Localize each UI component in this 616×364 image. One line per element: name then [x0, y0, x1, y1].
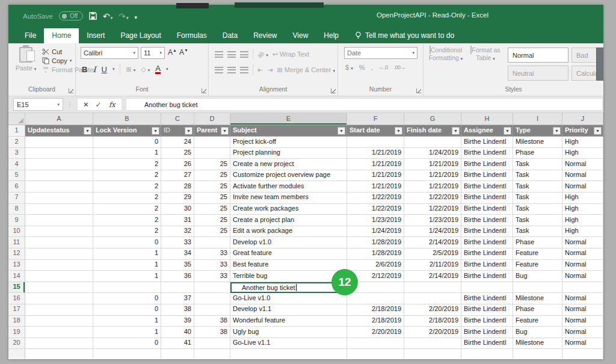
- cell-d16[interactable]: [194, 293, 230, 304]
- cell-c11[interactable]: 33: [161, 237, 194, 248]
- cell-d17[interactable]: [194, 304, 230, 316]
- cell-c5[interactable]: 27: [161, 170, 194, 182]
- row-header-9[interactable]: 9: [8, 215, 25, 226]
- cell-e12[interactable]: Great feature: [230, 248, 347, 260]
- filter-dropdown-finish-date[interactable]: ▼: [452, 127, 460, 135]
- cell-i13[interactable]: Feature: [513, 260, 562, 271]
- cell-j8[interactable]: High: [562, 204, 603, 215]
- cell-d12[interactable]: 33: [194, 248, 230, 260]
- filter-dropdown-updatestatus[interactable]: ▼: [84, 127, 91, 135]
- cell-c20[interactable]: 41: [161, 338, 194, 350]
- fill-color-button[interactable]: ◇ ▾: [141, 66, 150, 73]
- cell-c2[interactable]: 24: [161, 137, 194, 148]
- cell-f4[interactable]: 1/21/2019: [347, 159, 404, 170]
- cell-e19[interactable]: Ugly bug: [230, 327, 347, 338]
- cell-h17[interactable]: Birthe Lindentl: [461, 304, 513, 316]
- cell-c9[interactable]: 31: [161, 215, 194, 226]
- conditional-formatting-button[interactable]: Conditional Formatting ▾: [427, 46, 464, 61]
- cell-a16[interactable]: [25, 293, 93, 304]
- cancel-button[interactable]: ×: [84, 100, 88, 109]
- cell-j9[interactable]: High: [562, 215, 603, 226]
- cell-e5[interactable]: Customize project overview page: [230, 170, 347, 182]
- cell-g11[interactable]: 2/14/2019: [404, 237, 461, 248]
- cell-f5[interactable]: 1/21/2019: [347, 170, 404, 182]
- filter-dropdown-lock-version[interactable]: ▼: [152, 127, 159, 135]
- cell-f18[interactable]: 2/18/2019: [347, 316, 404, 327]
- cell-d4[interactable]: 25: [194, 159, 230, 170]
- cell-h11[interactable]: Birthe Lindentl: [461, 237, 513, 248]
- alignment-dialog-launcher[interactable]: [331, 88, 336, 93]
- cell-d11[interactable]: [194, 237, 230, 248]
- cell-e14[interactable]: Terrible bug: [230, 271, 347, 282]
- tab-help[interactable]: Help: [316, 28, 346, 43]
- header-start-date[interactable]: Start date▼: [347, 125, 404, 137]
- cell-f11[interactable]: 1/28/2019: [347, 237, 404, 248]
- cell-d20[interactable]: [194, 338, 230, 350]
- cell-i16[interactable]: Milestone: [513, 293, 562, 304]
- tell-me-box[interactable]: Tell me what you want to do: [355, 31, 454, 43]
- increase-decimal-button[interactable]: ←.0: [379, 64, 388, 70]
- align-top-icon[interactable]: [215, 51, 223, 58]
- cell-e11[interactable]: Develop v1.0: [230, 237, 347, 248]
- cell-a6[interactable]: [25, 181, 93, 193]
- cell-j6[interactable]: Normal: [562, 181, 603, 193]
- cell-f19[interactable]: 2/20/2019: [347, 327, 404, 338]
- cell-a20[interactable]: [25, 338, 93, 350]
- italic-button[interactable]: I: [93, 65, 96, 74]
- number-format-combobox[interactable]: Date▾: [344, 47, 417, 59]
- cell-d10[interactable]: 25: [194, 226, 230, 238]
- cell-g19[interactable]: 2/20/2019: [404, 327, 461, 338]
- cell-a4[interactable]: [25, 159, 93, 170]
- cell-j18[interactable]: Normal: [562, 316, 603, 327]
- borders-button[interactable]: ⊞ ▾: [126, 66, 135, 73]
- cell-h9[interactable]: Birthe Lindentl: [461, 215, 513, 226]
- customize-qat-button[interactable]: ▾: [135, 12, 138, 20]
- cell-g14[interactable]: 2/14/2019: [404, 271, 461, 282]
- cell-c8[interactable]: 30: [161, 204, 194, 215]
- row-header-13[interactable]: 13: [8, 260, 25, 271]
- cell-f20[interactable]: [347, 338, 404, 350]
- merge-center-button[interactable]: ⊞ Merge & Center ▾: [277, 66, 335, 74]
- row-header-15[interactable]: 15: [8, 282, 25, 294]
- column-header-b[interactable]: B: [93, 113, 161, 125]
- cell-e16[interactable]: Go-Live v1.0: [230, 293, 347, 304]
- paste-button[interactable]: Paste ▾: [13, 47, 38, 72]
- header-assignee[interactable]: Assignee▼: [461, 125, 513, 137]
- cell-i19[interactable]: Bug: [513, 327, 562, 338]
- name-box[interactable]: E15▾: [13, 98, 63, 111]
- column-header-j[interactable]: J: [562, 113, 603, 125]
- cell-i15[interactable]: [513, 282, 562, 294]
- enter-button[interactable]: ✓: [96, 100, 102, 109]
- filter-dropdown-priority[interactable]: ▼: [594, 127, 602, 135]
- cell-i17[interactable]: Phase: [513, 304, 562, 316]
- cell-b8[interactable]: 2: [93, 204, 161, 215]
- cell-h20[interactable]: Birthe Lindentl: [461, 338, 513, 350]
- row-header-16[interactable]: 16: [8, 293, 25, 304]
- cell-i18[interactable]: Feature: [513, 316, 562, 327]
- tab-file[interactable]: File: [17, 28, 44, 43]
- tab-formulas[interactable]: Formulas: [169, 28, 215, 43]
- cell-d7[interactable]: 25: [194, 193, 230, 204]
- column-header-e[interactable]: E: [230, 113, 347, 125]
- cell-b9[interactable]: 2: [93, 215, 161, 226]
- orientation-button[interactable]: ab ▾: [257, 51, 268, 58]
- font-color-button[interactable]: A: [155, 64, 161, 74]
- tab-view[interactable]: View: [285, 28, 316, 43]
- cell-j5[interactable]: Normal: [562, 170, 603, 182]
- cell-h13[interactable]: Birthe Lindentl: [461, 260, 513, 271]
- tab-review[interactable]: Review: [245, 28, 285, 43]
- header-finish-date[interactable]: Finish date▼: [404, 125, 461, 137]
- cell-g16[interactable]: [404, 293, 461, 304]
- cell-i20[interactable]: Milestone: [513, 338, 562, 350]
- header-parent[interactable]: Parent▼: [194, 125, 230, 137]
- cell-b12[interactable]: 1: [93, 248, 161, 260]
- cell-j13[interactable]: Normal: [562, 260, 603, 271]
- cell-a7[interactable]: [25, 193, 93, 204]
- column-header-a[interactable]: A: [25, 113, 93, 125]
- cell-b3[interactable]: 1: [93, 148, 161, 159]
- row-header-3[interactable]: 3: [8, 148, 25, 159]
- clipboard-dialog-launcher[interactable]: [69, 88, 73, 93]
- column-header-i[interactable]: I: [513, 113, 562, 125]
- number-dialog-launcher[interactable]: [416, 88, 421, 93]
- cell-b13[interactable]: 1: [93, 260, 161, 271]
